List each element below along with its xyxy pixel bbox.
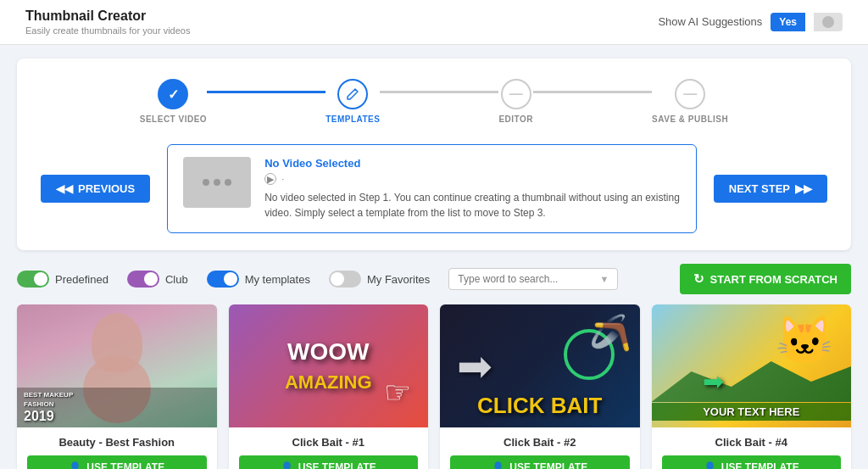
dot-3: [225, 179, 231, 186]
template-info-clickbait2: Click Bait - #2 👤 USE TEMPLATE: [440, 427, 640, 469]
next-arrow-icon: ▶▶: [795, 182, 812, 195]
club-toggle-group: Club: [127, 271, 188, 288]
step-1-circle: ✓: [158, 79, 188, 109]
dot-2: [214, 179, 220, 186]
green-arrow: ➡: [703, 366, 724, 396]
predefined-label: Predefined: [55, 273, 108, 286]
notice-thumbnail: [183, 157, 251, 208]
dot-1: [203, 179, 209, 186]
notice-meta-dot: ·: [281, 174, 284, 184]
my-favorites-label: My Favorites: [367, 273, 430, 286]
notice-box: No Video Selected ▶ · No video selected …: [167, 144, 697, 233]
use-icon-clickbait2: 👤: [492, 461, 504, 469]
use-template-beauty-button[interactable]: 👤 USE TEMPLATE: [27, 455, 207, 469]
main-card: ✓ SELECT VIDEO TEMPLATES — EDITOR — SAVE…: [17, 59, 851, 250]
predefined-toggle-group: Predefined: [17, 271, 108, 288]
ai-toggle-yes[interactable]: Yes: [771, 13, 805, 31]
search-box[interactable]: ▼: [448, 268, 618, 290]
template-card-beauty: BEST MAKEUPFASHION 2019 Beauty - Best Fa…: [17, 304, 217, 469]
predefined-toggle[interactable]: [17, 271, 49, 288]
club-label: Club: [165, 273, 188, 286]
template-name-beauty: Beauty - Best Fashion: [27, 436, 207, 449]
start-from-scratch-button[interactable]: ↻ START FROM SCRATCH: [680, 264, 851, 294]
step-3-label: EDITOR: [498, 114, 533, 124]
template-name-clickbait4: Click Bait - #4: [662, 436, 842, 449]
hand-cursor-icon: ☞: [384, 375, 411, 410]
pencil-icon: [346, 87, 359, 101]
template-card-clickbait4: 🐱 ➡ YOUR TEXT HERE Click Bait - #4 👤 USE…: [652, 304, 852, 469]
notice-thumb-dots: [203, 179, 231, 186]
step-save-publish: — SAVE & PUBLISH: [652, 79, 728, 124]
prev-button[interactable]: ◀◀ PREVIOUS: [41, 175, 150, 203]
my-templates-label: My templates: [245, 273, 310, 286]
ai-toggle-no[interactable]: [814, 13, 843, 32]
step-3-circle: —: [501, 79, 531, 109]
template-info-beauty: Beauty - Best Fashion 👤 USE TEMPLATE: [17, 427, 217, 469]
arrow-shape-left: ➡: [457, 342, 492, 391]
notice-title: No Video Selected: [264, 157, 681, 170]
ai-suggestions-label: Show AI Suggestions: [658, 15, 762, 28]
template-thumb-beauty: BEST MAKEUPFASHION 2019: [17, 304, 217, 427]
step-connector-3-4: [533, 91, 652, 93]
predefined-toggle-knob: [34, 272, 47, 286]
template-name-clickbait2: Click Bait - #2: [450, 436, 630, 449]
use-icon-beauty: 👤: [69, 461, 81, 469]
template-name-clickbait1: Click Bait - #1: [239, 436, 419, 449]
use-template-clickbait2-button[interactable]: 👤 USE TEMPLATE: [450, 455, 630, 469]
use-template-clickbait4-button[interactable]: 👤 USE TEMPLATE: [662, 455, 842, 469]
step-4-circle: —: [675, 79, 705, 109]
notice-content: No Video Selected ▶ · No video selected …: [264, 157, 681, 221]
toggle-no-indicator: [822, 16, 834, 28]
use-label-beauty: USE TEMPLATE: [86, 461, 164, 469]
template-thumb-clickbait2: ➡ 🪃 CLICK BAIT: [440, 304, 640, 427]
my-favorites-toggle-knob: [331, 272, 344, 286]
step-editor: — EDITOR: [498, 79, 533, 124]
app-header: Thumbnail Creator Easily create thumbnai…: [0, 0, 868, 45]
action-row: ◀◀ PREVIOUS No Video Selected ▶ · No vid…: [41, 144, 827, 233]
use-template-clickbait1-button[interactable]: 👤 USE TEMPLATE: [239, 455, 419, 469]
header-controls: Show AI Suggestions Yes: [658, 13, 843, 32]
scratch-refresh-icon: ↻: [693, 271, 704, 287]
step-templates: TEMPLATES: [326, 79, 380, 124]
use-label-clickbait2: USE TEMPLATE: [509, 461, 587, 469]
woow-content: WOOW AMAZING ☞: [285, 338, 372, 394]
my-favorites-toggle[interactable]: [329, 271, 361, 288]
step-connector-1-2: [207, 91, 326, 93]
notice-meta: ▶ ·: [264, 173, 681, 185]
prev-label: PREVIOUS: [78, 182, 135, 195]
template-thumb-clickbait4: 🐱 ➡ YOUR TEXT HERE: [652, 304, 852, 427]
template-card-clickbait2: ➡ 🪃 CLICK BAIT Click Bait - #2 👤 USE TEM…: [440, 304, 640, 469]
my-templates-toggle-group: My templates: [207, 271, 310, 288]
filter-row: Predefined Club My templates My Favorite…: [17, 264, 851, 294]
woow-text: WOOW AMAZING: [285, 338, 372, 394]
club-toggle[interactable]: [127, 271, 159, 288]
header-branding: Thumbnail Creator Easily create thumbnai…: [25, 8, 190, 36]
prev-arrow-icon: ◀◀: [56, 182, 73, 195]
step-2-label: TEMPLATES: [326, 114, 380, 124]
use-icon-clickbait1: 👤: [281, 461, 293, 469]
search-input[interactable]: [458, 273, 594, 285]
cat-face: 🐱: [776, 313, 834, 368]
scratch-label: START FROM SCRATCH: [710, 273, 837, 286]
step-select-video: ✓ SELECT VIDEO: [140, 79, 207, 124]
steps-wizard: ✓ SELECT VIDEO TEMPLATES — EDITOR — SAVE…: [41, 79, 827, 124]
notice-text: No video selected in Step 1. You can con…: [264, 190, 681, 221]
chevron-down-icon: ▼: [599, 274, 609, 284]
clickbait2-text: CLICK BAIT: [440, 393, 640, 419]
app-title: Thumbnail Creator: [25, 8, 190, 24]
step-connector-2-3: [380, 91, 498, 93]
step-2-circle: [337, 79, 368, 109]
play-icon: ▶: [264, 173, 276, 185]
use-icon-clickbait4: 👤: [704, 461, 716, 469]
step-1-label: SELECT VIDEO: [140, 114, 207, 124]
click-bait-bird: 🪃: [589, 313, 632, 353]
template-card-clickbait1: WOOW AMAZING ☞ Click Bait - #1 👤 USE TEM…: [229, 304, 429, 469]
app-subtitle: Easily create thumbnails for your videos: [25, 25, 190, 36]
club-toggle-knob: [144, 272, 158, 286]
my-templates-toggle[interactable]: [207, 271, 239, 288]
beauty-text-overlay: BEST MAKEUPFASHION 2019: [17, 388, 217, 427]
next-button[interactable]: NEXT STEP ▶▶: [714, 175, 827, 203]
my-favorites-toggle-group: My Favorites: [329, 271, 430, 288]
cat-bottom-text: YOUR TEXT HERE: [652, 403, 852, 421]
next-label: NEXT STEP: [729, 182, 790, 195]
